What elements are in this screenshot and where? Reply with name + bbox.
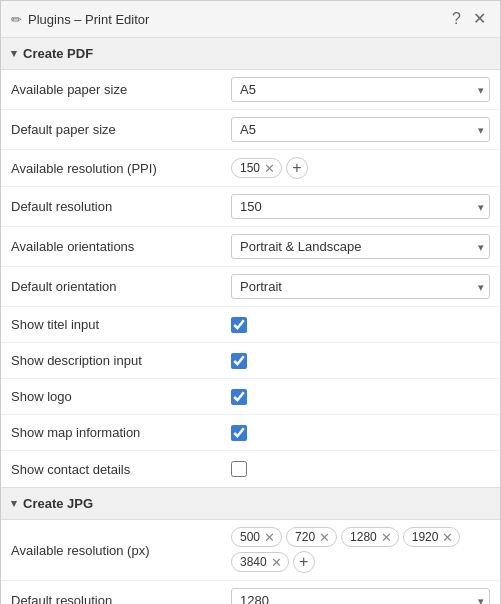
section-header-jpg: ▾ Create JPG [1,487,500,520]
tag-500: 500 ✕ [231,527,282,547]
label-show-titel-input: Show titel input [11,317,231,332]
row-show-map-information: Show map information [1,415,500,451]
pdf-form-rows: Available paper size A5A4Letter ▾ Defaul… [1,70,500,487]
checkbox-show-description[interactable] [231,353,247,369]
tag-1280: 1280 ✕ [341,527,399,547]
control-default-paper-size: A5A4Letter ▾ [231,117,490,142]
control-available-resolution-ppi: 150 ✕ + [231,157,490,179]
row-show-description-input: Show description input [1,343,500,379]
section-label-jpg: Create JPG [23,496,93,511]
select-wrapper-paper-size: A5A4Letter ▾ [231,77,490,102]
edit-icon: ✏ [11,12,22,27]
control-show-description [231,353,490,369]
select-default-resolution-pdf[interactable]: 1507296300 [231,194,490,219]
tag-container-px: 500 ✕ 720 ✕ 1280 ✕ 1920 [231,527,490,573]
tag-1920: 1920 ✕ [403,527,461,547]
label-available-orientations: Available orientations [11,239,231,254]
control-show-logo [231,389,490,405]
title-bar-right: ? ✕ [448,9,490,29]
control-available-paper-size: A5A4Letter ▾ [231,77,490,102]
select-wrapper-default-res-jpg: 128050072019203840 ▾ [231,588,490,604]
tag-close-3840[interactable]: ✕ [271,556,282,569]
row-default-resolution-jpg: Default resolution 128050072019203840 ▾ [1,581,500,604]
select-wrapper-default-paper: A5A4Letter ▾ [231,117,490,142]
row-default-paper-size: Default paper size A5A4Letter ▾ [1,110,500,150]
tag-label: 500 [240,530,260,544]
jpg-form-rows: Available resolution (px) 500 ✕ 720 ✕ 12… [1,520,500,604]
select-default-resolution-jpg[interactable]: 128050072019203840 [231,588,490,604]
label-default-resolution-jpg: Default resolution [11,593,231,604]
close-button[interactable]: ✕ [469,9,490,29]
control-show-titel [231,317,490,333]
select-wrapper-default-orient: PortraitLandscape ▾ [231,274,490,299]
control-default-resolution-pdf: 1507296300 ▾ [231,194,490,219]
tag-150: 150 ✕ [231,158,282,178]
title-bar-left: ✏ Plugins – Print Editor [11,12,149,27]
tag-label: 720 [295,530,315,544]
tag-3840: 3840 ✕ [231,552,289,572]
label-default-orientation: Default orientation [11,279,231,294]
select-default-paper-size[interactable]: A5A4Letter [231,117,490,142]
checkbox-show-logo[interactable] [231,389,247,405]
tag-close-1280[interactable]: ✕ [381,531,392,544]
label-available-resolution-px: Available resolution (px) [11,543,231,558]
select-available-paper-size[interactable]: A5A4Letter [231,77,490,102]
label-show-contact-details: Show contact details [11,462,231,477]
tag-close-500[interactable]: ✕ [264,531,275,544]
label-show-logo: Show logo [11,389,231,404]
row-available-resolution-px: Available resolution (px) 500 ✕ 720 ✕ 12… [1,520,500,581]
checkbox-show-titel[interactable] [231,317,247,333]
control-available-orientations: Portrait & LandscapePortraitLandscape ▾ [231,234,490,259]
chevron-icon-jpg: ▾ [11,497,17,510]
label-show-description-input: Show description input [11,353,231,368]
add-resolution-ppi-button[interactable]: + [286,157,308,179]
select-available-orientations[interactable]: Portrait & LandscapePortraitLandscape [231,234,490,259]
label-show-map-information: Show map information [11,425,231,440]
window: ✏ Plugins – Print Editor ? ✕ ▾ Create PD… [0,0,501,604]
tag-720: 720 ✕ [286,527,337,547]
control-available-resolution-px: 500 ✕ 720 ✕ 1280 ✕ 1920 [231,527,490,573]
help-button[interactable]: ? [448,9,465,29]
chevron-icon-pdf: ▾ [11,47,17,60]
content: ▾ Create PDF Available paper size A5A4Le… [1,38,500,604]
row-show-titel-input: Show titel input [1,307,500,343]
tag-container-ppi: 150 ✕ + [231,157,308,179]
row-available-orientations: Available orientations Portrait & Landsc… [1,227,500,267]
control-show-map-info [231,425,490,441]
tag-close-150[interactable]: ✕ [264,162,275,175]
window-title: Plugins – Print Editor [28,12,149,27]
select-wrapper-orientations: Portrait & LandscapePortraitLandscape ▾ [231,234,490,259]
tag-label: 3840 [240,555,267,569]
checkbox-show-contact[interactable] [231,461,247,477]
label-available-paper-size: Available paper size [11,82,231,97]
checkbox-show-map-info[interactable] [231,425,247,441]
select-wrapper-default-res: 1507296300 ▾ [231,194,490,219]
add-resolution-px-button[interactable]: + [293,551,315,573]
tag-label: 1920 [412,530,439,544]
section-header-pdf: ▾ Create PDF [1,38,500,70]
section-label-pdf: Create PDF [23,46,93,61]
row-show-logo: Show logo [1,379,500,415]
row-available-resolution-ppi: Available resolution (PPI) 150 ✕ + [1,150,500,187]
label-default-paper-size: Default paper size [11,122,231,137]
control-default-orientation: PortraitLandscape ▾ [231,274,490,299]
label-default-resolution-pdf: Default resolution [11,199,231,214]
control-show-contact [231,461,490,477]
row-show-contact-details: Show contact details [1,451,500,487]
label-available-resolution-ppi: Available resolution (PPI) [11,161,231,176]
title-bar: ✏ Plugins – Print Editor ? ✕ [1,1,500,38]
row-default-orientation: Default orientation PortraitLandscape ▾ [1,267,500,307]
tag-label: 1280 [350,530,377,544]
select-default-orientation[interactable]: PortraitLandscape [231,274,490,299]
tag-close-1920[interactable]: ✕ [442,531,453,544]
tag-close-720[interactable]: ✕ [319,531,330,544]
tag-label: 150 [240,161,260,175]
row-available-paper-size: Available paper size A5A4Letter ▾ [1,70,500,110]
row-default-resolution-pdf: Default resolution 1507296300 ▾ [1,187,500,227]
control-default-resolution-jpg: 128050072019203840 ▾ [231,588,490,604]
